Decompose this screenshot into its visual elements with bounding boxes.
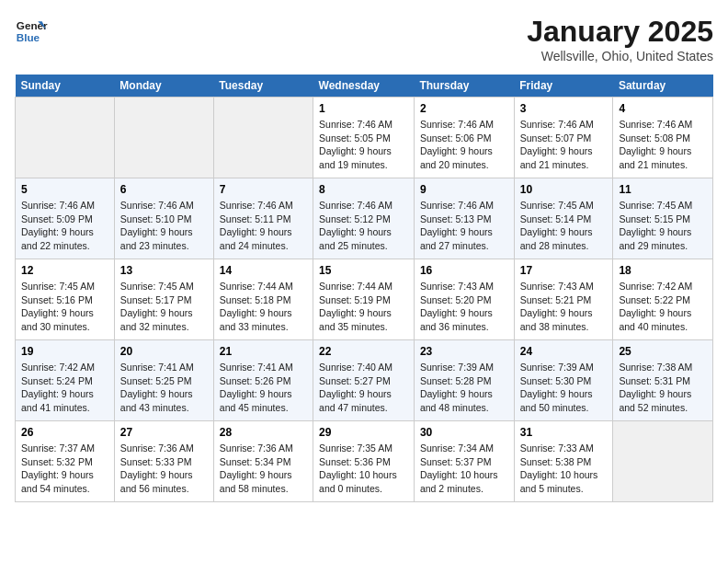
calendar-cell: 30Sunrise: 7:34 AM Sunset: 5:37 PM Dayli… (414, 421, 514, 502)
day-info: Sunrise: 7:42 AM Sunset: 5:24 PM Dayligh… (21, 361, 108, 415)
logo-icon: General Blue (15, 15, 48, 48)
day-number: 5 (21, 183, 108, 196)
day-info: Sunrise: 7:36 AM Sunset: 5:34 PM Dayligh… (220, 442, 307, 496)
calendar-table: Sunday Monday Tuesday Wednesday Thursday… (15, 75, 713, 502)
col-saturday: Saturday (613, 75, 713, 98)
day-info: Sunrise: 7:36 AM Sunset: 5:33 PM Dayligh… (120, 442, 208, 496)
calendar-subtitle: Wellsville, Ohio, United States (527, 49, 713, 63)
week-row: 12Sunrise: 7:45 AM Sunset: 5:16 PM Dayli… (16, 259, 713, 340)
day-number: 1 (319, 102, 408, 115)
calendar-cell: 27Sunrise: 7:36 AM Sunset: 5:33 PM Dayli… (114, 421, 213, 502)
day-info: Sunrise: 7:46 AM Sunset: 5:11 PM Dayligh… (220, 199, 307, 253)
day-number: 20 (120, 345, 208, 358)
calendar-cell: 23Sunrise: 7:39 AM Sunset: 5:28 PM Dayli… (414, 340, 514, 421)
day-info: Sunrise: 7:35 AM Sunset: 5:36 PM Dayligh… (319, 442, 408, 496)
day-number: 18 (619, 264, 707, 277)
day-info: Sunrise: 7:43 AM Sunset: 5:21 PM Dayligh… (520, 280, 608, 334)
day-number: 10 (520, 183, 608, 196)
day-number: 6 (120, 183, 208, 196)
day-number: 31 (520, 426, 608, 439)
day-number: 2 (420, 102, 508, 115)
day-info: Sunrise: 7:46 AM Sunset: 5:10 PM Dayligh… (120, 199, 208, 253)
calendar-cell: 31Sunrise: 7:33 AM Sunset: 5:38 PM Dayli… (514, 421, 613, 502)
calendar-cell: 16Sunrise: 7:43 AM Sunset: 5:20 PM Dayli… (414, 259, 514, 340)
day-info: Sunrise: 7:40 AM Sunset: 5:27 PM Dayligh… (319, 361, 408, 415)
calendar-cell: 1Sunrise: 7:46 AM Sunset: 5:05 PM Daylig… (313, 98, 415, 178)
col-monday: Monday (114, 75, 213, 98)
calendar-cell: 19Sunrise: 7:42 AM Sunset: 5:24 PM Dayli… (16, 340, 115, 421)
calendar-cell: 11Sunrise: 7:45 AM Sunset: 5:15 PM Dayli… (613, 178, 713, 259)
col-wednesday: Wednesday (313, 75, 415, 98)
week-row: 26Sunrise: 7:37 AM Sunset: 5:32 PM Dayli… (16, 421, 713, 502)
day-number: 25 (619, 345, 707, 358)
day-info: Sunrise: 7:45 AM Sunset: 5:17 PM Dayligh… (120, 280, 208, 334)
day-number: 19 (21, 345, 108, 358)
day-info: Sunrise: 7:46 AM Sunset: 5:12 PM Dayligh… (319, 199, 408, 253)
day-number: 15 (319, 264, 408, 277)
logo: General Blue (15, 15, 48, 48)
day-info: Sunrise: 7:39 AM Sunset: 5:30 PM Dayligh… (520, 361, 608, 415)
day-number: 4 (619, 102, 707, 115)
calendar-cell: 26Sunrise: 7:37 AM Sunset: 5:32 PM Dayli… (16, 421, 115, 502)
calendar-cell: 14Sunrise: 7:44 AM Sunset: 5:18 PM Dayli… (213, 259, 313, 340)
calendar-cell (613, 421, 713, 502)
header-row: Sunday Monday Tuesday Wednesday Thursday… (16, 75, 713, 98)
calendar-cell: 3Sunrise: 7:46 AM Sunset: 5:07 PM Daylig… (514, 98, 613, 178)
day-number: 9 (420, 183, 508, 196)
col-sunday: Sunday (16, 75, 115, 98)
calendar-cell: 22Sunrise: 7:40 AM Sunset: 5:27 PM Dayli… (313, 340, 415, 421)
week-row: 19Sunrise: 7:42 AM Sunset: 5:24 PM Dayli… (16, 340, 713, 421)
day-number: 3 (520, 102, 608, 115)
day-info: Sunrise: 7:44 AM Sunset: 5:18 PM Dayligh… (220, 280, 307, 334)
calendar-cell: 24Sunrise: 7:39 AM Sunset: 5:30 PM Dayli… (514, 340, 613, 421)
day-number: 8 (319, 183, 408, 196)
col-tuesday: Tuesday (213, 75, 313, 98)
day-info: Sunrise: 7:37 AM Sunset: 5:32 PM Dayligh… (21, 442, 108, 496)
calendar-cell: 9Sunrise: 7:46 AM Sunset: 5:13 PM Daylig… (414, 178, 514, 259)
day-number: 28 (220, 426, 307, 439)
page-header: General Blue January 2025 Wellsville, Oh… (15, 15, 713, 63)
day-info: Sunrise: 7:33 AM Sunset: 5:38 PM Dayligh… (520, 442, 608, 496)
calendar-cell: 8Sunrise: 7:46 AM Sunset: 5:12 PM Daylig… (313, 178, 415, 259)
day-info: Sunrise: 7:34 AM Sunset: 5:37 PM Dayligh… (420, 442, 508, 496)
day-info: Sunrise: 7:44 AM Sunset: 5:19 PM Dayligh… (319, 280, 408, 334)
day-number: 16 (420, 264, 508, 277)
day-number: 7 (220, 183, 307, 196)
day-info: Sunrise: 7:45 AM Sunset: 5:15 PM Dayligh… (619, 199, 707, 253)
col-friday: Friday (514, 75, 613, 98)
calendar-cell: 25Sunrise: 7:38 AM Sunset: 5:31 PM Dayli… (613, 340, 713, 421)
day-number: 14 (220, 264, 307, 277)
day-info: Sunrise: 7:41 AM Sunset: 5:26 PM Dayligh… (220, 361, 307, 415)
day-number: 29 (319, 426, 408, 439)
day-number: 24 (520, 345, 608, 358)
calendar-header: Sunday Monday Tuesday Wednesday Thursday… (16, 75, 713, 98)
calendar-cell (114, 98, 213, 178)
calendar-cell: 5Sunrise: 7:46 AM Sunset: 5:09 PM Daylig… (16, 178, 115, 259)
day-number: 21 (220, 345, 307, 358)
day-number: 23 (420, 345, 508, 358)
calendar-cell: 2Sunrise: 7:46 AM Sunset: 5:06 PM Daylig… (414, 98, 514, 178)
title-block: January 2025 Wellsville, Ohio, United St… (527, 15, 713, 63)
calendar-cell: 28Sunrise: 7:36 AM Sunset: 5:34 PM Dayli… (213, 421, 313, 502)
calendar-cell: 4Sunrise: 7:46 AM Sunset: 5:08 PM Daylig… (613, 98, 713, 178)
day-info: Sunrise: 7:46 AM Sunset: 5:09 PM Dayligh… (21, 199, 108, 253)
col-thursday: Thursday (414, 75, 514, 98)
calendar-body: 1Sunrise: 7:46 AM Sunset: 5:05 PM Daylig… (16, 98, 713, 502)
calendar-cell: 21Sunrise: 7:41 AM Sunset: 5:26 PM Dayli… (213, 340, 313, 421)
day-info: Sunrise: 7:45 AM Sunset: 5:16 PM Dayligh… (21, 280, 108, 334)
calendar-title: January 2025 (527, 15, 713, 49)
day-info: Sunrise: 7:46 AM Sunset: 5:08 PM Dayligh… (619, 118, 707, 172)
svg-text:Blue: Blue (17, 31, 40, 43)
week-row: 1Sunrise: 7:46 AM Sunset: 5:05 PM Daylig… (16, 98, 713, 178)
day-number: 13 (120, 264, 208, 277)
calendar-cell: 10Sunrise: 7:45 AM Sunset: 5:14 PM Dayli… (514, 178, 613, 259)
day-info: Sunrise: 7:46 AM Sunset: 5:06 PM Dayligh… (420, 118, 508, 172)
week-row: 5Sunrise: 7:46 AM Sunset: 5:09 PM Daylig… (16, 178, 713, 259)
day-info: Sunrise: 7:43 AM Sunset: 5:20 PM Dayligh… (420, 280, 508, 334)
calendar-cell: 13Sunrise: 7:45 AM Sunset: 5:17 PM Dayli… (114, 259, 213, 340)
day-number: 17 (520, 264, 608, 277)
calendar-cell: 6Sunrise: 7:46 AM Sunset: 5:10 PM Daylig… (114, 178, 213, 259)
day-info: Sunrise: 7:46 AM Sunset: 5:07 PM Dayligh… (520, 118, 608, 172)
day-number: 26 (21, 426, 108, 439)
calendar-cell: 17Sunrise: 7:43 AM Sunset: 5:21 PM Dayli… (514, 259, 613, 340)
